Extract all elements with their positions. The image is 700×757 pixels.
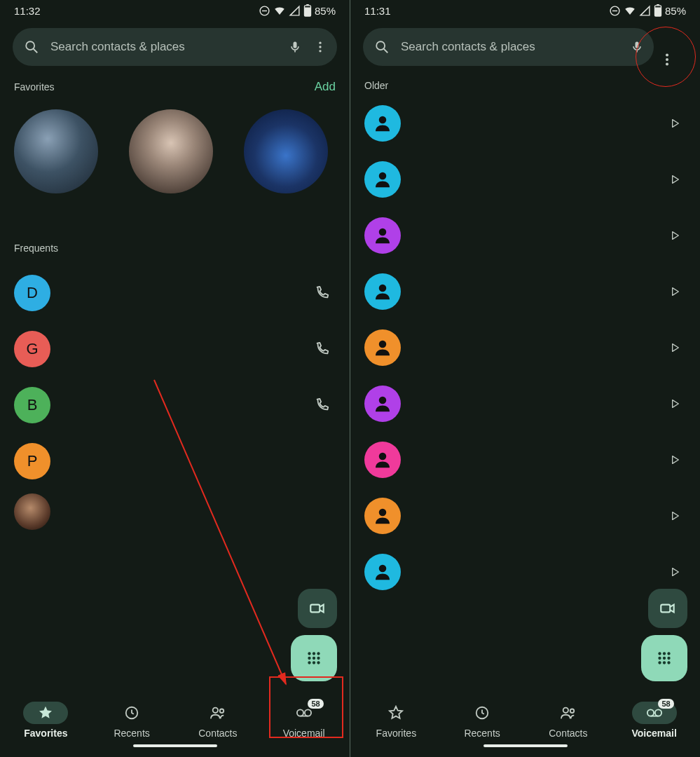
avatar [364, 273, 401, 310]
voicemail-item[interactable] [364, 488, 686, 544]
svg-point-15 [308, 657, 310, 660]
avatar-letter: B [14, 387, 50, 423]
favorites-header: Favorites Add [0, 76, 350, 102]
favorite-contact[interactable] [14, 109, 98, 193]
nav-recents[interactable]: Recents [89, 702, 175, 739]
svg-point-49 [663, 652, 666, 655]
voicemail-item[interactable] [364, 151, 686, 207]
older-label: Older [364, 80, 388, 91]
voicemail-item[interactable] [364, 320, 686, 376]
screen-favorites: 11:32 85% Search contacts & places Favor… [0, 0, 350, 757]
wifi-icon [273, 4, 286, 17]
signal-icon [639, 5, 651, 17]
nav-recents[interactable]: Recents [439, 702, 526, 739]
svg-point-46 [379, 565, 387, 573]
svg-point-9 [319, 46, 321, 48]
play-icon[interactable] [669, 230, 680, 241]
phone-icon[interactable] [315, 397, 330, 413]
frequent-contact[interactable]: P [0, 433, 350, 489]
play-icon[interactable] [669, 454, 680, 465]
svg-point-58 [563, 708, 568, 713]
voicemail-item[interactable] [364, 376, 686, 432]
signal-icon [289, 5, 301, 17]
play-icon[interactable] [669, 286, 680, 297]
svg-point-18 [308, 661, 310, 664]
play-icon[interactable] [669, 174, 680, 185]
svg-rect-30 [654, 8, 661, 17]
frequent-contact[interactable]: G [0, 321, 350, 377]
mic-icon[interactable] [288, 40, 302, 54]
nav-favorites[interactable]: Favorites [353, 702, 439, 739]
svg-point-53 [667, 657, 670, 660]
avatar [364, 161, 401, 198]
svg-point-23 [220, 709, 224, 714]
svg-point-61 [655, 709, 661, 716]
nav-label: Contacts [198, 728, 237, 739]
nav-favorites[interactable]: Favorites [3, 702, 89, 739]
video-call-fab[interactable] [298, 589, 337, 628]
nav-voicemail[interactable]: 58 Voicemail [261, 702, 347, 739]
voicemail-item[interactable] [364, 264, 686, 320]
voicemail-item[interactable] [364, 207, 686, 264]
nav-label: Voicemail [283, 728, 325, 739]
avatar-letter: G [14, 331, 50, 367]
play-icon[interactable] [669, 398, 680, 409]
video-call-fab[interactable] [648, 589, 687, 628]
avatar-photo [14, 493, 50, 530]
voicemail-item[interactable] [364, 432, 686, 488]
svg-point-60 [647, 709, 654, 716]
svg-point-14 [317, 652, 320, 655]
svg-point-48 [658, 652, 661, 655]
svg-line-6 [34, 49, 38, 53]
status-icons: 85% [609, 4, 686, 17]
do-not-disturb-icon [259, 5, 270, 17]
search-placeholder: Search contacts & places [401, 40, 619, 54]
dialpad-fab[interactable] [641, 635, 687, 681]
phone-icon[interactable] [315, 341, 330, 357]
nav-label: Favorites [24, 728, 67, 739]
add-favorite-button[interactable]: Add [315, 80, 336, 94]
voicemail-badge: 58 [658, 699, 673, 709]
svg-point-54 [658, 661, 661, 664]
wifi-icon [624, 4, 636, 17]
star-outline-icon [388, 705, 404, 721]
play-icon[interactable] [669, 510, 680, 521]
search-bar[interactable]: Search contacts & places [363, 28, 654, 66]
overflow-menu-icon[interactable] [650, 42, 685, 77]
svg-point-51 [658, 657, 661, 660]
nav-contacts[interactable]: Contacts [175, 702, 261, 739]
frequent-contact[interactable]: B [0, 377, 350, 433]
play-icon[interactable] [669, 118, 680, 129]
gesture-bar[interactable] [0, 744, 350, 757]
play-icon[interactable] [669, 342, 680, 353]
overflow-menu-icon[interactable] [313, 40, 327, 54]
svg-point-50 [667, 652, 670, 655]
voicemail-item[interactable] [364, 95, 686, 151]
star-icon [38, 705, 53, 721]
people-icon [560, 705, 577, 721]
dialpad-fab[interactable] [291, 635, 337, 681]
svg-point-20 [317, 661, 320, 664]
search-bar[interactable]: Search contacts & places [13, 28, 337, 66]
avatar-letter: D [14, 275, 50, 311]
battery-icon [303, 4, 312, 17]
avatar [364, 498, 401, 534]
frequent-contact[interactable] [0, 489, 350, 540]
svg-point-24 [297, 709, 303, 716]
frequent-contact[interactable]: D [0, 265, 350, 321]
phone-icon[interactable] [315, 285, 330, 301]
nav-voicemail[interactable]: 58 Voicemail [611, 702, 697, 739]
search-placeholder: Search contacts & places [50, 40, 277, 54]
gesture-bar[interactable] [350, 744, 700, 757]
mic-icon[interactable] [630, 40, 644, 54]
favorite-contact[interactable] [129, 109, 213, 193]
voicemail-item[interactable] [364, 544, 686, 600]
bottom-nav: Favorites Recents Contacts 58 Voicemail [350, 696, 700, 744]
frequents-label: Frequents [0, 214, 350, 265]
play-icon[interactable] [669, 566, 680, 578]
favorite-contact[interactable] [244, 109, 328, 193]
battery-pct: 85% [315, 5, 336, 17]
clock-icon [124, 705, 139, 721]
nav-contacts[interactable]: Contacts [526, 702, 612, 739]
avatar [364, 442, 401, 478]
